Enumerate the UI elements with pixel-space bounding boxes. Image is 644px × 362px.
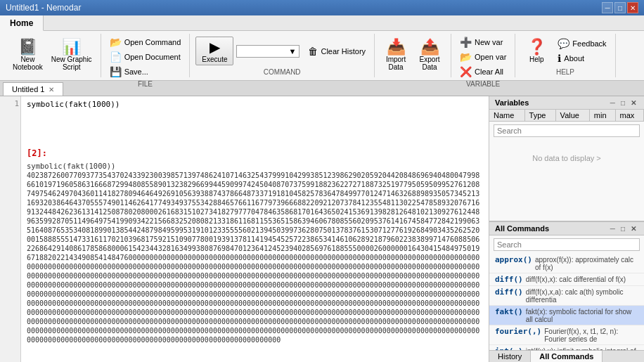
col-max: max <box>615 110 643 122</box>
col-name: Name <box>489 110 524 122</box>
output-value: 4023872600770937735437024339230039857139… <box>27 171 483 344</box>
cmd-item-3[interactable]: fakt()fakt(x): symbolic factorial for sh… <box>489 306 644 325</box>
feedback-icon: 💬 <box>558 38 569 49</box>
feedback-button[interactable]: 💬 Feedback <box>555 37 609 51</box>
ribbon-group-new: 📓 NewNotebook 📊 New GraphicScript <box>4 34 101 77</box>
tab-history[interactable]: History <box>489 351 531 362</box>
variables-panel: Variables ─ □ ✕ Name Type Value min max <box>489 96 644 221</box>
commands-panel-tabs: History All Commands <box>489 350 644 362</box>
output-text: symbolic(fakt(1000)) 4023872600770937735… <box>27 161 483 344</box>
ribbon-content: 📓 NewNotebook 📊 New GraphicScript 📂 Open… <box>0 31 644 80</box>
ribbon-group-command: ▶ Execute ▼ 🗑 Clear History COMMAND <box>190 34 375 77</box>
export-data-button[interactable]: 📤 ExportData <box>414 38 445 72</box>
line-numbers: 1 <box>0 96 21 362</box>
commands-search-row <box>489 235 644 254</box>
window-title: Untitled1 - Nemodar <box>6 3 81 13</box>
new-var-icon: ➕ <box>460 37 472 48</box>
commands-search-input[interactable] <box>494 238 640 251</box>
open-var-button[interactable]: 📂 Open var <box>457 50 509 64</box>
variables-title: Variables <box>495 98 529 107</box>
tab-home[interactable]: Home <box>0 15 44 31</box>
cmd-item-4[interactable]: fourier(,)Fourier(f(x), x, t1, t2, n): F… <box>489 325 644 345</box>
file-label: FILE <box>138 80 153 88</box>
import-icon: 📥 <box>387 39 406 55</box>
command-label: COMMAND <box>264 68 301 76</box>
execute-button[interactable]: ▶ Execute <box>195 37 233 65</box>
execute-dropdown[interactable]: ▼ <box>236 45 300 58</box>
ribbon-tabs: Home <box>0 15 644 31</box>
save-icon: 💾 <box>110 66 122 77</box>
variables-close-btn[interactable]: ✕ <box>629 99 638 107</box>
graphic-icon: 📊 <box>62 39 81 55</box>
commands-title: All Commands <box>495 224 549 233</box>
doc-tab-close[interactable]: ✕ <box>49 86 54 93</box>
open-command-button[interactable]: 📂 Open Command <box>107 35 184 49</box>
ribbon-group-data: 📥 ImportData 📤 ExportData <box>375 34 451 77</box>
about-button[interactable]: ℹ About <box>555 51 609 65</box>
new-var-button[interactable]: ➕ New var <box>457 35 509 49</box>
input-line-1: symbolic(fakt(1000)) <box>27 99 483 110</box>
cmd-item-0[interactable]: approx()approx(f(x)): approximately calc… <box>489 254 644 273</box>
ribbon-group-file: 📂 Open Command 📄 Open Document 💾 Save...… <box>101 34 191 77</box>
doc-tabs: Untitled 1 ✕ <box>0 81 644 96</box>
commands-panel: All Commands ─ □ ✕ approx()approx(f(x)):… <box>489 221 644 362</box>
export-icon: 📤 <box>420 39 439 55</box>
ribbon-group-variable: ➕ New var 📂 Open var ❌ Clear All VARIABL… <box>451 34 515 77</box>
commands-list: approx()approx(f(x)): approximately calc… <box>489 254 644 350</box>
commands-expand-btn[interactable]: □ <box>619 225 627 233</box>
variables-search-row <box>489 122 644 140</box>
title-bar: Untitled1 - Nemodar ─ □ ✕ <box>0 0 644 15</box>
open-var-icon: 📂 <box>460 51 472 63</box>
output-line-symbolic: symbolic(fakt(1000)) <box>27 161 483 171</box>
editor-content[interactable]: symbolic(fakt(1000)) [2]: symbolic(fakt(… <box>21 96 489 362</box>
editor-area: 1 symbolic(fakt(1000)) [2]: symbolic(fak… <box>0 96 489 362</box>
clear-all-button[interactable]: ❌ Clear All <box>457 65 509 79</box>
variables-expand-btn[interactable]: □ <box>619 99 627 107</box>
no-data-label: No data to display > <box>489 140 644 176</box>
about-icon: ℹ <box>558 53 561 64</box>
help-label: HELP <box>556 68 574 76</box>
commands-minimize-btn[interactable]: ─ <box>608 225 617 233</box>
minimize-button[interactable]: ─ <box>602 2 613 13</box>
notebook-icon: 📓 <box>18 39 37 55</box>
cmd-item-5[interactable]: int(,)int(f(x),x): infinit symbolic inte… <box>489 345 644 350</box>
ribbon-group-help: ❓ Help 💬 Feedback ℹ About HELP <box>515 34 615 77</box>
variables-minimize-btn[interactable]: ─ <box>608 99 617 107</box>
doc-tab-untitled1[interactable]: Untitled 1 ✕ <box>3 82 63 96</box>
cmd-item-2[interactable]: diff()diff(f(x),x,a): calc a(th) symboli… <box>489 286 644 306</box>
col-value: Value <box>555 110 589 122</box>
open-command-icon: 📂 <box>110 37 122 48</box>
col-type: Type <box>524 110 555 122</box>
commands-close-btn[interactable]: ✕ <box>629 225 638 233</box>
variables-search-input[interactable] <box>494 124 640 137</box>
new-graphic-script-button[interactable]: 📊 New GraphicScript <box>49 38 95 72</box>
cmd-item-1[interactable]: diff()diff(f(x),x): calc differential of… <box>489 273 644 286</box>
variables-table: Name Type Value min max <box>489 110 644 122</box>
open-document-icon: 📄 <box>110 51 122 63</box>
tab-all-commands[interactable]: All Commands <box>531 351 603 362</box>
execute-icon: ▶ <box>210 39 220 56</box>
new-notebook-button[interactable]: 📓 NewNotebook <box>10 38 46 72</box>
maximize-button[interactable]: □ <box>614 2 626 13</box>
clear-history-icon: 🗑 <box>308 46 318 57</box>
import-data-button[interactable]: 📥 ImportData <box>380 38 411 72</box>
variable-label: VARIABLE <box>466 80 500 88</box>
help-icon: ❓ <box>527 39 546 55</box>
save-button[interactable]: 💾 Save... <box>107 65 184 79</box>
title-bar-controls: ─ □ ✕ <box>602 2 638 13</box>
ribbon: Home 📓 NewNotebook 📊 New GraphicScript <box>0 15 644 81</box>
clear-all-icon: ❌ <box>460 66 472 77</box>
col-min: min <box>589 110 615 122</box>
clear-history-button[interactable]: 🗑 Clear History <box>305 44 368 58</box>
open-document-button[interactable]: 📄 Open Document <box>107 50 184 64</box>
main-area: 1 symbolic(fakt(1000)) [2]: symbolic(fak… <box>0 96 644 362</box>
help-button[interactable]: ❓ Help <box>521 38 552 65</box>
output-marker: [2]: <box>27 148 483 160</box>
variables-header: Variables ─ □ ✕ <box>489 96 644 110</box>
editor-inner: 1 symbolic(fakt(1000)) [2]: symbolic(fak… <box>0 96 489 362</box>
commands-header: All Commands ─ □ ✕ <box>489 222 644 235</box>
close-button[interactable]: ✕ <box>627 2 638 13</box>
right-panel: Variables ─ □ ✕ Name Type Value min max <box>489 96 644 362</box>
